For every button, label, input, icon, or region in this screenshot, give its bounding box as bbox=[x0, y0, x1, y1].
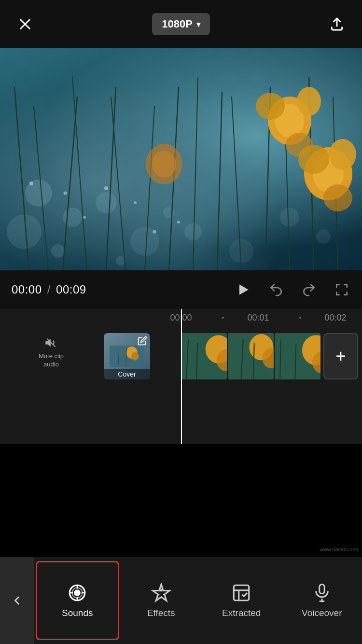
extracted-label: Extracted bbox=[222, 608, 261, 618]
svg-point-43 bbox=[83, 216, 86, 219]
svg-point-11 bbox=[51, 244, 65, 258]
clip-3-thumb bbox=[275, 333, 320, 379]
svg-rect-83 bbox=[320, 585, 325, 594]
voiceover-label: Voiceover bbox=[302, 608, 342, 618]
timeline-area: 00:00 00:01 00:02 Mute clipaudio bbox=[0, 309, 362, 444]
svg-marker-48 bbox=[239, 284, 249, 294]
ruler-dot-1 bbox=[222, 317, 224, 319]
clip-1-thumb bbox=[181, 333, 227, 379]
current-time: 00:00 bbox=[12, 283, 42, 296]
close-button[interactable] bbox=[14, 14, 36, 35]
svg-point-38 bbox=[323, 184, 352, 211]
svg-point-32 bbox=[297, 87, 321, 116]
toolbar-items: Sounds Effects Extracted bbox=[34, 557, 362, 644]
svg-point-40 bbox=[152, 151, 176, 178]
svg-point-53 bbox=[131, 352, 139, 360]
svg-point-45 bbox=[134, 201, 137, 204]
time-display: 00:00 / 00:09 bbox=[12, 283, 235, 296]
svg-point-75 bbox=[75, 590, 80, 596]
toolbar-item-extracted[interactable]: Extracted bbox=[201, 557, 282, 644]
svg-point-46 bbox=[153, 230, 156, 234]
svg-point-41 bbox=[29, 182, 33, 185]
video-clip-1[interactable] bbox=[181, 333, 227, 379]
sounds-icon bbox=[67, 583, 87, 603]
svg-line-22 bbox=[193, 77, 198, 270]
svg-line-18 bbox=[106, 87, 116, 270]
chevron-down-icon: ▾ bbox=[196, 20, 200, 29]
svg-point-5 bbox=[96, 192, 117, 213]
video-clips-track: + bbox=[181, 333, 358, 379]
svg-point-7 bbox=[184, 223, 202, 240]
cover-edit-icon bbox=[138, 336, 147, 348]
svg-line-19 bbox=[111, 97, 125, 270]
svg-point-37 bbox=[329, 139, 356, 170]
svg-point-44 bbox=[104, 186, 108, 190]
svg-point-13 bbox=[163, 207, 175, 218]
svg-point-3 bbox=[63, 208, 82, 227]
svg-point-4 bbox=[7, 214, 42, 249]
effects-icon bbox=[151, 583, 171, 603]
play-button[interactable] bbox=[235, 281, 252, 298]
timeline-playhead bbox=[181, 309, 182, 444]
svg-point-31 bbox=[256, 93, 285, 120]
add-clip-button[interactable]: + bbox=[323, 333, 358, 379]
back-button[interactable] bbox=[0, 557, 34, 644]
toolbar-item-voiceover[interactable]: Voiceover bbox=[282, 557, 362, 644]
svg-point-42 bbox=[64, 192, 67, 195]
controls-bar: 00:00 / 00:09 bbox=[0, 270, 362, 309]
svg-rect-51 bbox=[110, 346, 144, 367]
time-separator: / bbox=[47, 283, 54, 296]
video-clip-2[interactable] bbox=[228, 333, 274, 379]
cover-label: Cover bbox=[104, 369, 150, 379]
bottom-toolbar: Sounds Effects Extracted bbox=[0, 557, 362, 644]
watermark: www.dacad.com bbox=[320, 546, 358, 552]
resolution-label: 1080P bbox=[162, 18, 193, 30]
ruler-dot-2 bbox=[299, 317, 301, 319]
redo-button[interactable] bbox=[300, 281, 318, 298]
svg-point-36 bbox=[298, 145, 329, 174]
add-clip-icon: + bbox=[335, 346, 346, 366]
top-bar: 1080P ▾ bbox=[0, 0, 362, 48]
video-flowers-overlay bbox=[0, 48, 362, 270]
svg-line-23 bbox=[217, 92, 222, 270]
svg-line-16 bbox=[63, 97, 77, 270]
video-canvas bbox=[0, 48, 362, 270]
svg-point-2 bbox=[25, 180, 52, 207]
effects-label: Effects bbox=[147, 608, 175, 618]
voiceover-icon bbox=[312, 583, 332, 603]
resolution-button[interactable]: 1080P ▾ bbox=[152, 13, 210, 35]
toolbar-item-sounds[interactable]: Sounds bbox=[36, 561, 119, 640]
video-clip-3[interactable] bbox=[275, 333, 320, 379]
extracted-icon bbox=[231, 583, 251, 603]
mute-control[interactable]: Mute clipaudio bbox=[39, 336, 64, 369]
undo-button[interactable] bbox=[267, 281, 285, 298]
mute-label: Mute clipaudio bbox=[39, 352, 64, 369]
playback-controls bbox=[235, 281, 350, 298]
svg-point-10 bbox=[316, 229, 331, 244]
ruler-mark-1: 00:01 bbox=[247, 313, 269, 323]
mute-icon bbox=[43, 336, 59, 350]
fullscreen-button[interactable] bbox=[333, 281, 350, 298]
svg-point-8 bbox=[229, 239, 253, 263]
sounds-label: Sounds bbox=[62, 608, 93, 618]
toolbar-item-effects[interactable]: Effects bbox=[121, 557, 202, 644]
svg-line-17 bbox=[72, 77, 87, 270]
cover-thumbnail[interactable]: Cover bbox=[104, 333, 150, 379]
total-time: 00:09 bbox=[56, 283, 86, 296]
video-preview bbox=[0, 48, 362, 270]
export-button[interactable] bbox=[326, 14, 348, 35]
clip-2-thumb bbox=[228, 333, 274, 379]
svg-point-47 bbox=[177, 221, 180, 224]
svg-point-9 bbox=[280, 208, 299, 227]
ruler-mark-2: 00:02 bbox=[324, 313, 346, 323]
